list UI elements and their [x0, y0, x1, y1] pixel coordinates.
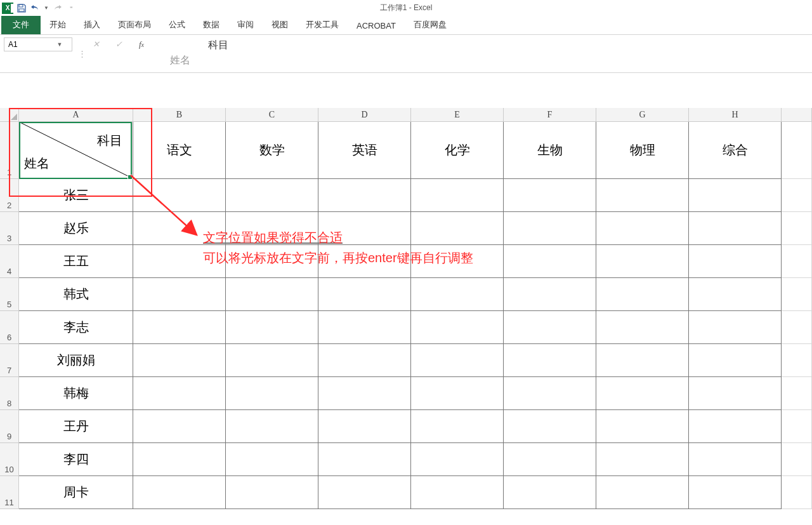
column-header[interactable]: C: [226, 108, 318, 121]
cell[interactable]: 张三: [19, 179, 133, 212]
cell[interactable]: 刘丽娟: [19, 344, 133, 377]
column-header[interactable]: F: [504, 108, 596, 121]
cell[interactable]: [133, 443, 226, 476]
cell[interactable]: 科目姓名: [19, 122, 133, 179]
cell[interactable]: [318, 311, 411, 344]
name-box[interactable]: ▼: [4, 37, 72, 51]
undo-icon[interactable]: [29, 2, 42, 15]
cell[interactable]: [782, 443, 812, 476]
cell[interactable]: [318, 443, 411, 476]
column-header-extra[interactable]: [782, 108, 812, 121]
cell[interactable]: [411, 278, 504, 311]
cell[interactable]: [318, 245, 411, 278]
cell[interactable]: [782, 476, 812, 509]
cell[interactable]: [133, 179, 226, 212]
row-header[interactable]: 8: [0, 377, 19, 410]
row-header[interactable]: 10: [0, 443, 19, 476]
cell[interactable]: [226, 212, 318, 245]
cell[interactable]: [318, 344, 411, 377]
cell[interactable]: [226, 344, 318, 377]
cell[interactable]: [318, 212, 411, 245]
row-header[interactable]: 5: [0, 278, 19, 311]
cell[interactable]: [689, 212, 782, 245]
qat-customize-icon[interactable]: ⁼: [65, 2, 77, 15]
cell[interactable]: [782, 278, 812, 311]
cell[interactable]: [411, 476, 504, 509]
tab-file[interactable]: 文件: [1, 15, 41, 34]
name-box-dropdown-icon[interactable]: ▼: [55, 41, 64, 48]
cell[interactable]: [133, 245, 226, 278]
cell[interactable]: [596, 377, 689, 410]
cell[interactable]: [689, 410, 782, 443]
cell[interactable]: [782, 212, 812, 245]
save-icon[interactable]: [15, 2, 28, 15]
cell[interactable]: [411, 377, 504, 410]
row-header[interactable]: 9: [0, 410, 19, 443]
tab-pagelayout[interactable]: 页面布局: [109, 15, 160, 34]
column-header[interactable]: E: [411, 108, 504, 121]
tab-developer[interactable]: 开发工具: [297, 15, 348, 34]
cell[interactable]: 韩式: [19, 278, 133, 311]
cell[interactable]: [782, 122, 812, 179]
cell[interactable]: [504, 245, 596, 278]
cell[interactable]: 语文: [133, 122, 226, 179]
cell[interactable]: [596, 212, 689, 245]
column-header[interactable]: A: [19, 108, 133, 121]
cell[interactable]: [689, 278, 782, 311]
row-header[interactable]: 4: [0, 245, 19, 278]
cell[interactable]: 综合: [689, 122, 782, 179]
column-header[interactable]: G: [596, 108, 689, 121]
cell[interactable]: [504, 443, 596, 476]
cell[interactable]: [411, 443, 504, 476]
cell[interactable]: [226, 377, 318, 410]
cell[interactable]: [504, 476, 596, 509]
cell[interactable]: 化学: [411, 122, 504, 179]
cell[interactable]: [226, 443, 318, 476]
cell[interactable]: [411, 179, 504, 212]
cell[interactable]: 赵乐: [19, 212, 133, 245]
column-header[interactable]: D: [318, 108, 411, 121]
cell[interactable]: [596, 278, 689, 311]
tab-insert[interactable]: 插入: [75, 15, 109, 34]
cell[interactable]: [133, 311, 226, 344]
row-header[interactable]: 11: [0, 476, 19, 509]
cell[interactable]: [689, 311, 782, 344]
cell[interactable]: [411, 410, 504, 443]
cell[interactable]: [782, 311, 812, 344]
formula-content[interactable]: 科目 姓名: [164, 35, 812, 72]
cell[interactable]: [596, 344, 689, 377]
row-header[interactable]: 2: [0, 179, 19, 212]
cell[interactable]: [133, 410, 226, 443]
cell[interactable]: [226, 179, 318, 212]
fx-icon[interactable]: fx: [133, 37, 150, 51]
row-header[interactable]: 7: [0, 344, 19, 377]
cell[interactable]: [133, 278, 226, 311]
column-header[interactable]: H: [689, 108, 782, 121]
cell[interactable]: [226, 311, 318, 344]
cell[interactable]: [504, 377, 596, 410]
cell[interactable]: [504, 410, 596, 443]
column-header[interactable]: B: [133, 108, 226, 121]
tab-home[interactable]: 开始: [41, 15, 75, 34]
cell[interactable]: [782, 179, 812, 212]
select-all-triangle[interactable]: [0, 108, 19, 121]
cell[interactable]: 周卡: [19, 476, 133, 509]
redo-icon[interactable]: [51, 2, 63, 15]
cell[interactable]: [782, 344, 812, 377]
cell[interactable]: [411, 212, 504, 245]
row-header[interactable]: 1: [0, 122, 19, 179]
cell[interactable]: [596, 476, 689, 509]
cell[interactable]: [133, 476, 226, 509]
cell[interactable]: [689, 377, 782, 410]
cell[interactable]: [318, 179, 411, 212]
cell[interactable]: [504, 311, 596, 344]
cell[interactable]: [596, 311, 689, 344]
cell[interactable]: [504, 278, 596, 311]
cell[interactable]: [411, 311, 504, 344]
cell[interactable]: [226, 410, 318, 443]
cell[interactable]: [133, 212, 226, 245]
cell[interactable]: [318, 476, 411, 509]
cell[interactable]: [318, 410, 411, 443]
cell[interactable]: 王五: [19, 245, 133, 278]
cell[interactable]: 生物: [504, 122, 596, 179]
